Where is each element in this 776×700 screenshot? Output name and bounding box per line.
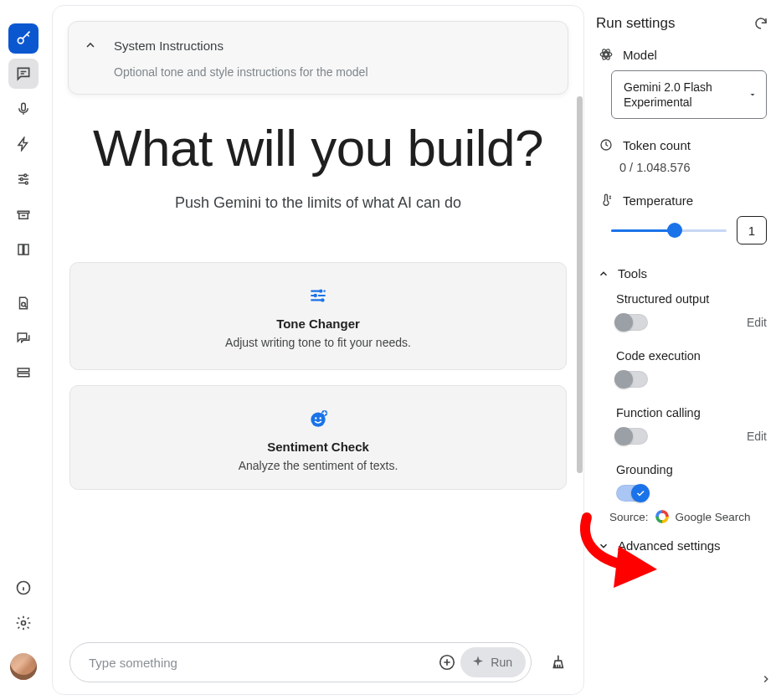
left-rail: [0, 0, 47, 700]
tool-name: Function calling: [616, 406, 767, 419]
main-panel: System Instructions Optional tone and st…: [52, 5, 584, 695]
token-icon: [598, 137, 614, 152]
hero-subtitle: Push Gemini to the limits of what AI can…: [86, 194, 550, 212]
rail-forum-icon[interactable]: [8, 323, 39, 353]
rail-info-icon[interactable]: [8, 573, 39, 603]
rail-archive-icon[interactable]: [8, 199, 39, 229]
caret-down-icon: [748, 90, 758, 100]
tool-code-execution: Code execution: [616, 349, 767, 388]
scrollbar-thumb[interactable]: [577, 96, 583, 473]
system-instructions-subtitle: Optional tone and style instructions for…: [114, 65, 552, 79]
rail-settings-icon[interactable]: [8, 608, 39, 638]
code-execution-toggle[interactable]: [616, 371, 648, 388]
system-instructions-panel[interactable]: System Instructions Optional tone and st…: [68, 21, 568, 95]
temperature-value[interactable]: 1: [737, 216, 767, 244]
svg-point-5: [22, 302, 26, 306]
prompt-input-container[interactable]: Run: [69, 642, 532, 682]
grounding-source: Source: Google Search: [609, 510, 770, 523]
advanced-settings-label: Advanced settings: [618, 538, 721, 553]
temperature-slider[interactable]: [611, 224, 727, 237]
suggestion-title: Tone Changer: [87, 317, 549, 331]
rail-book-icon[interactable]: [8, 234, 39, 265]
tool-structured-output: Structured output Edit: [616, 292, 767, 331]
tune-icon: [87, 285, 549, 306]
suggestion-card-tone-changer[interactable]: Tone Changer Adjust writing tone to fit …: [69, 262, 567, 370]
tool-name: Code execution: [616, 349, 767, 363]
svg-point-12: [321, 299, 324, 302]
add-attachment-button[interactable]: [434, 649, 460, 676]
temperature-label: Temperature: [623, 193, 693, 208]
function-calling-edit[interactable]: Edit: [747, 430, 767, 443]
main-scrollbar[interactable]: [575, 96, 583, 644]
user-avatar[interactable]: [10, 653, 37, 680]
svg-rect-6: [18, 368, 29, 372]
suggestion-desc: Adjust writing tone to fit your needs.: [87, 336, 549, 349]
grounding-toggle[interactable]: [616, 485, 648, 502]
tool-grounding: Grounding: [616, 463, 767, 502]
model-selected-value: Gemini 2.0 Flash Experimental: [624, 80, 712, 109]
tools-section-toggle[interactable]: Tools: [598, 266, 770, 281]
svg-rect-1: [22, 103, 26, 111]
svg-point-11: [314, 294, 317, 297]
rail-key-icon[interactable]: [8, 23, 39, 54]
svg-point-18: [604, 53, 609, 57]
system-instructions-title: System Instructions: [114, 39, 224, 53]
check-icon: [631, 484, 650, 502]
reset-icon[interactable]: [753, 16, 768, 31]
advanced-settings-toggle[interactable]: Advanced settings: [598, 538, 770, 553]
rail-mic-icon[interactable]: [8, 94, 39, 124]
tools-label: Tools: [618, 266, 647, 281]
svg-point-15: [320, 418, 321, 419]
rail-chat-icon[interactable]: [8, 59, 39, 89]
collapse-panel-icon[interactable]: [760, 673, 772, 685]
source-label: Source:: [609, 511, 649, 523]
suggestion-card-sentiment-check[interactable]: Sentiment Check Analyze the sentiment of…: [69, 385, 567, 490]
svg-rect-7: [18, 373, 29, 377]
tool-name: Structured output: [616, 292, 767, 306]
svg-point-4: [25, 182, 28, 184]
rail-tune-icon[interactable]: [8, 164, 39, 194]
svg-point-10: [319, 290, 322, 293]
svg-point-2: [24, 174, 27, 177]
suggestion-title: Sentiment Check: [87, 440, 549, 454]
model-label: Model: [623, 48, 657, 62]
svg-point-14: [315, 418, 316, 419]
structured-output-toggle[interactable]: [616, 314, 648, 331]
token-count-label: Token count: [623, 138, 691, 152]
clear-button[interactable]: [542, 647, 572, 677]
google-logo-icon: [655, 510, 669, 523]
function-calling-toggle[interactable]: [616, 428, 648, 445]
chevron-up-icon[interactable]: [79, 33, 102, 57]
tool-function-calling: Function calling Edit: [616, 406, 767, 445]
model-select[interactable]: Gemini 2.0 Flash Experimental: [611, 70, 767, 119]
run-button[interactable]: Run: [460, 647, 526, 677]
rail-bolt-icon[interactable]: [8, 129, 39, 159]
run-settings-panel: Run settings Model Gemini 2.0 Flash Expe…: [591, 0, 776, 700]
temperature-icon: [598, 193, 614, 208]
suggestion-desc: Analyze the sentiment of texts.: [87, 459, 549, 472]
rail-dashboard-icon[interactable]: [8, 358, 39, 389]
tool-name: Grounding: [616, 463, 767, 476]
token-count-value: 0 / 1.048.576: [619, 161, 770, 174]
rail-doc-search-icon[interactable]: [8, 288, 39, 318]
model-icon: [598, 47, 614, 62]
source-name: Google Search: [676, 511, 751, 523]
svg-point-9: [22, 621, 26, 625]
prompt-input[interactable]: [87, 655, 434, 671]
structured-output-edit[interactable]: Edit: [747, 316, 767, 329]
sentiment-icon: [87, 408, 549, 430]
run-button-label: Run: [491, 656, 512, 669]
svg-point-3: [20, 178, 23, 181]
run-settings-title: Run settings: [596, 15, 676, 32]
hero-title: What will you build?: [86, 118, 550, 178]
